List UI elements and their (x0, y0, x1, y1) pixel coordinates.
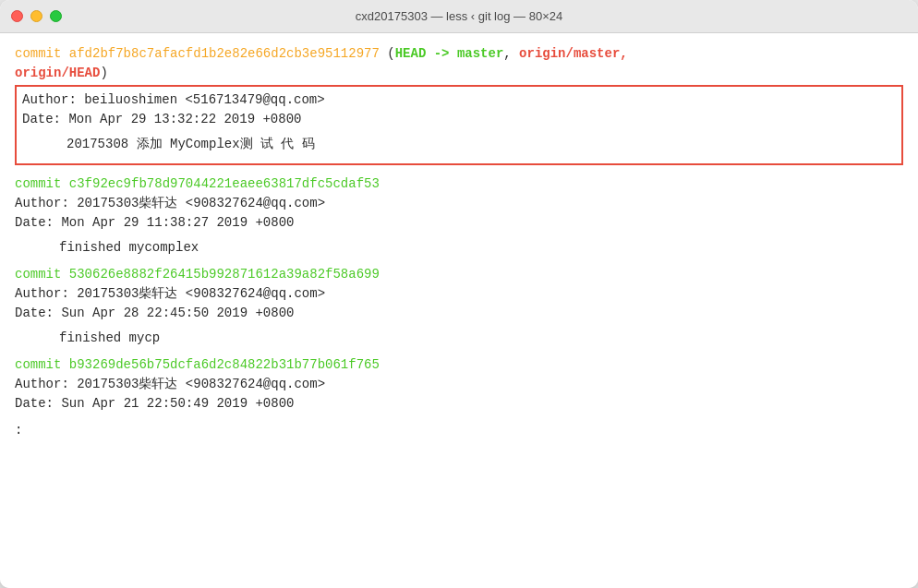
commit-2-message: finished mycomplex (59, 238, 903, 258)
commit-1-date-line: Date: Mon Apr 29 13:32:22 2019 +0800 (22, 110, 896, 129)
commit-section-2: commit c3f92ec9fb78d97044221eaee63817dfc… (15, 174, 903, 258)
commit-1-details-box: Author: beiluoshimen <516713479@qq.com> … (15, 85, 903, 165)
commit-4-author-line: Author: 20175303柴轩达 <908327624@qq.com> (15, 375, 903, 394)
commit-2-hash-line: commit c3f92ec9fb78d97044221eaee63817dfc… (15, 174, 903, 194)
prompt-symbol: : (15, 423, 22, 438)
commit-1-origin-head: origin/HEAD) (15, 64, 903, 83)
minimize-button[interactable] (30, 10, 42, 22)
commit-2-author-line: Author: 20175303柴轩达 <908327624@qq.com> (15, 194, 903, 213)
commit-4-date-line: Date: Sun Apr 21 22:50:49 2019 +0800 (15, 394, 903, 414)
title-bar: cxd20175303 — less ‹ git log — 80×24 (0, 0, 918, 33)
commit-3-hash-line: commit 530626e8882f26415b992871612a39a82… (15, 265, 903, 284)
commit-section-3: commit 530626e8882f26415b992871612a39a82… (15, 265, 903, 348)
commit-4-hash-line: commit b93269de56b75dcfa6d2c84822b31b77b… (15, 355, 903, 375)
commit-1-author-line: Author: beiluoshimen <516713479@qq.com> (22, 90, 896, 110)
commit-keyword-1: commit afd2bf7b8c7afacfd1b2e82e66d2cb3e9… (15, 46, 387, 61)
commit-2-date-line: Date: Mon Apr 29 11:38:27 2019 +0800 (15, 213, 903, 233)
commit-section-1: commit afd2bf7b8c7afacfd1b2e82e66d2cb3e9… (15, 44, 903, 167)
terminal-body[interactable]: commit afd2bf7b8c7afacfd1b2e82e66d2cb3e9… (0, 33, 918, 588)
terminal-prompt: : (15, 421, 903, 440)
terminal-window: cxd20175303 — less ‹ git log — 80×24 com… (0, 0, 918, 588)
commit-1-hash-line: commit afd2bf7b8c7afacfd1b2e82e66d2cb3e9… (15, 44, 903, 64)
commit-1-message: 20175308 添加 MyComplex测 试 代 码 (66, 135, 896, 154)
commit-3-date-line: Date: Sun Apr 28 22:45:50 2019 +0800 (15, 304, 903, 323)
maximize-button[interactable] (50, 10, 62, 22)
traffic-lights (11, 10, 62, 22)
commit-3-author-line: Author: 20175303柴轩达 <908327624@qq.com> (15, 284, 903, 304)
close-button[interactable] (11, 10, 23, 22)
commit-3-message: finished mycp (59, 329, 903, 348)
commit-section-4: commit b93269de56b75dcfa6d2c84822b31b77b… (15, 355, 903, 414)
window-title: cxd20175303 — less ‹ git log — 80×24 (356, 9, 562, 23)
